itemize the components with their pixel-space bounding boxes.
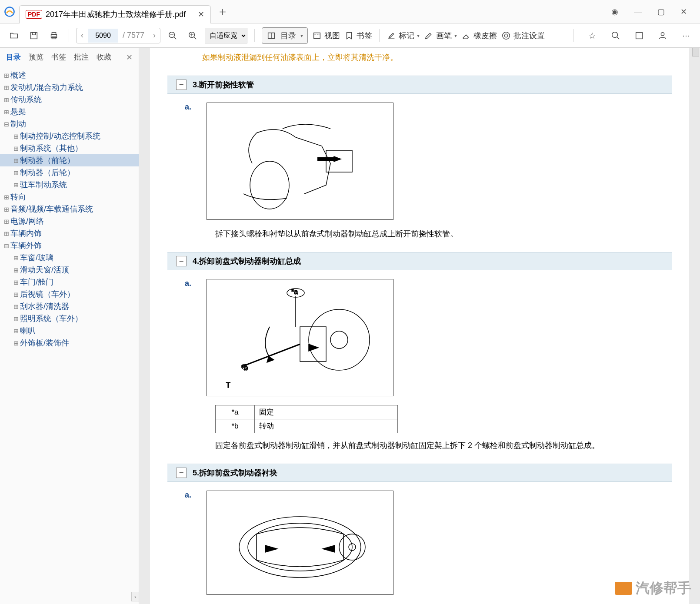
toc-node[interactable]: ⊞车辆内饰 (0, 227, 139, 239)
toc-node[interactable]: ⊞传动系统 (0, 93, 139, 106)
tree-toggle-icon[interactable]: ⊟ (3, 119, 10, 129)
toc-node[interactable]: ⊞照明系统（车外） (0, 312, 139, 325)
toc-node[interactable]: ⊞音频/视频/车载通信系统 (0, 203, 139, 215)
tree-toggle-icon[interactable]: ⊞ (12, 339, 20, 348)
tree-toggle-icon[interactable]: ⊞ (12, 168, 20, 177)
tree-toggle-icon[interactable]: ⊞ (12, 290, 20, 299)
print-button[interactable] (46, 28, 62, 43)
toc-node[interactable]: ⊞驻车制动系统 (0, 179, 139, 191)
toc-node[interactable]: ⊞悬架 (0, 106, 139, 118)
step-4-header[interactable]: − 4.拆卸前盘式制动器制动缸总成 (167, 252, 672, 270)
svg-text:*a: *a (291, 288, 298, 295)
pen-button[interactable]: 画笔▾ (424, 30, 457, 41)
collapse-handle[interactable]: ‹ (131, 592, 139, 601)
side-tab-annot[interactable]: 批注 (74, 52, 89, 62)
step-4-sub: a. (185, 279, 198, 396)
tree-toggle-icon[interactable]: ⊞ (3, 192, 10, 202)
more-button[interactable]: ⋯ (678, 28, 694, 43)
tree-toggle-icon[interactable]: ⊞ (12, 314, 20, 323)
next-page-button[interactable]: › (149, 31, 160, 40)
toc-node[interactable]: ⊞刮水器/清洗器 (0, 300, 139, 312)
zoom-in-button[interactable] (185, 28, 200, 43)
maximize-button[interactable]: ▢ (657, 7, 665, 17)
close-button[interactable]: ✕ (680, 7, 687, 17)
toc-node[interactable]: ⊟制动 (0, 118, 139, 130)
tree-toggle-icon[interactable]: ⊟ (3, 241, 10, 250)
tree-toggle-icon[interactable]: ⊞ (12, 144, 20, 153)
tab-close-button[interactable]: ✕ (198, 10, 204, 19)
new-tab-button[interactable]: ＋ (217, 4, 228, 19)
tree-toggle-icon[interactable]: ⊞ (3, 229, 10, 238)
toc-node[interactable]: ⊞后视镜（车外） (0, 288, 139, 300)
toc-label: 悬架 (10, 106, 26, 117)
step-4-legend-table: *a固定 *b转动 (215, 405, 398, 433)
toc-node[interactable]: ⊞发动机/混合动力系统 (0, 81, 139, 93)
zoom-out-button[interactable] (165, 28, 180, 43)
toc-node[interactable]: ⊞外饰板/装饰件 (0, 337, 139, 349)
toc-dropdown[interactable]: 目录 ▾ (262, 27, 308, 44)
toc-node[interactable]: ⊞滑动天窗/活顶 (0, 264, 139, 276)
tree-toggle-icon[interactable]: ⊞ (3, 107, 10, 116)
collapse-icon[interactable]: − (176, 468, 187, 478)
toc-label: 喇叭 (20, 325, 36, 336)
side-close-button[interactable]: ✕ (126, 53, 133, 62)
scroll-indicator[interactable] (692, 48, 699, 56)
view-button[interactable]: 视图 (312, 30, 340, 41)
toc-node[interactable]: ⊞概述 (0, 69, 139, 81)
favorite-button[interactable]: ☆ (584, 28, 600, 43)
tree-toggle-icon[interactable]: ⊞ (3, 95, 10, 104)
bookmark-button[interactable]: 书签 (344, 30, 372, 41)
toc-node[interactable]: ⊞制动器（后轮） (0, 166, 139, 179)
side-tab-preview[interactable]: 预览 (29, 52, 43, 62)
toc-node[interactable]: ⊞电源/网络 (0, 215, 139, 227)
side-tab-toc[interactable]: 目录 (6, 52, 21, 62)
toc-node[interactable]: ⊞制动器（前轮） (0, 154, 139, 166)
search-button[interactable] (608, 28, 623, 43)
tree-toggle-icon[interactable]: ⊞ (12, 253, 20, 262)
side-tab-bookmark[interactable]: 书签 (51, 52, 66, 62)
table-row: *b转动 (216, 419, 398, 433)
toc-node[interactable]: ⊞转向 (0, 191, 139, 203)
tree-toggle-icon[interactable]: ⊞ (12, 326, 20, 335)
annotation-settings-button[interactable]: 批注设置 (501, 30, 545, 41)
step-5-title: 5.拆卸前盘式制动器衬块 (193, 468, 277, 478)
tree-toggle-icon[interactable]: ⊞ (12, 265, 20, 275)
page-input[interactable] (88, 29, 118, 43)
tree-toggle-icon[interactable]: ⊞ (3, 71, 10, 80)
collapse-icon[interactable]: − (176, 80, 187, 90)
tree-toggle-icon[interactable]: ⊞ (3, 83, 10, 92)
tree-toggle-icon[interactable]: ⊞ (12, 278, 20, 287)
svg-point-22 (661, 32, 664, 35)
eraser-button[interactable]: 橡皮擦 (461, 30, 497, 41)
tree-toggle-icon[interactable]: ⊞ (12, 302, 20, 311)
tree-toggle-icon[interactable]: ⊞ (12, 156, 20, 165)
step-3-header[interactable]: − 3.断开前挠性软管 (167, 76, 672, 94)
open-file-button[interactable] (6, 28, 22, 43)
toc-node[interactable]: ⊞喇叭 (0, 325, 139, 337)
toc-label: 传动系统 (10, 94, 42, 105)
save-button[interactable] (26, 28, 42, 43)
toc-node[interactable]: ⊞车门/舱门 (0, 276, 139, 288)
document-viewport[interactable]: 如果制动液泄漏到任何油漆表面上，立即将其清洗干净。 − 3.断开前挠性软管 a.… (139, 48, 700, 604)
toc-node[interactable]: ⊟车辆外饰 (0, 239, 139, 252)
toc-node[interactable]: ⊞车窗/玻璃 (0, 252, 139, 264)
side-tab-fav[interactable]: 收藏 (97, 52, 111, 62)
step-3-title: 3.断开前挠性软管 (193, 80, 254, 90)
tree-toggle-icon[interactable]: ⊞ (12, 132, 20, 141)
tree-toggle-icon[interactable]: ⊞ (3, 205, 10, 214)
prev-page-button[interactable]: ‹ (77, 31, 88, 40)
step-5-header[interactable]: − 5.拆卸前盘式制动器衬块 (167, 464, 672, 482)
svg-marker-40 (265, 545, 277, 552)
zoom-select[interactable]: 自适应宽 (205, 28, 247, 43)
toc-node[interactable]: ⊞制动系统（其他） (0, 142, 139, 154)
account-button[interactable] (655, 28, 670, 43)
collapse-icon[interactable]: − (176, 256, 187, 266)
tree-toggle-icon[interactable]: ⊞ (12, 180, 20, 189)
mark-button[interactable]: 标记▾ (387, 30, 420, 41)
panel-button[interactable] (631, 28, 647, 43)
minimize-button[interactable]: ― (634, 7, 642, 17)
toc-node[interactable]: ⊞制动控制/动态控制系统 (0, 130, 139, 142)
tree-toggle-icon[interactable]: ⊞ (3, 217, 10, 226)
document-tab[interactable]: PDF 2017年丰田威驰雅力士致炫维修手册.pdf ✕ (19, 5, 211, 23)
record-icon[interactable]: ◉ (611, 7, 618, 17)
